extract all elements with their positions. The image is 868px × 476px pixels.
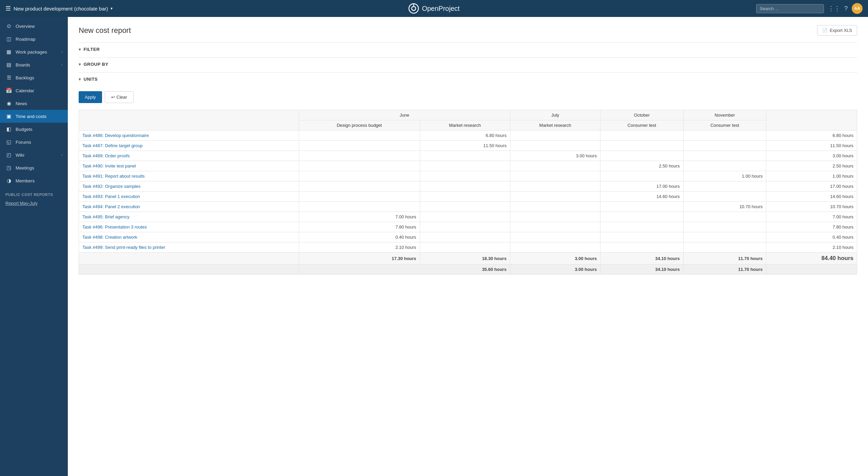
july-market-cell — [510, 212, 600, 222]
page-header: New cost report 📄 Export XLS — [79, 25, 857, 36]
main-content: New cost report 📄 Export XLS ▾ FILTER ▾ … — [68, 17, 868, 476]
task-description: Send print-ready files to printer — [105, 245, 165, 250]
task-link[interactable]: Task #489: — [82, 153, 104, 158]
time-and-costs-icon: ▣ — [5, 113, 12, 119]
sidebar-item-budgets[interactable]: ◧ Budgets — [0, 123, 68, 136]
june-market-cell: 6.80 hours — [420, 131, 510, 141]
avatar[interactable]: AA — [852, 3, 863, 14]
sidebar-label-budgets: Budgets — [16, 127, 33, 132]
project-name[interactable]: New product development (chocolate bar) — [14, 6, 108, 12]
group-by-chevron-icon: ▾ — [79, 62, 81, 67]
task-description: Develop questionnaire — [105, 133, 149, 138]
top-nav: ☰ New product development (chocolate bar… — [0, 0, 868, 17]
oct-consumer-cell — [600, 242, 684, 253]
sidebar-item-work-packages[interactable]: ▦ Work packages › — [0, 45, 68, 58]
sidebar-item-boards[interactable]: ▤ Boards › — [0, 58, 68, 71]
task-description: Define target group — [105, 143, 143, 148]
grid-icon[interactable]: ⋮⋮ — [828, 5, 840, 12]
table-row: Task #495: Brief agency 7.00 hours 7.00 … — [79, 212, 857, 222]
task-name-cell: Task #495: Brief agency — [79, 212, 299, 222]
sidebar-item-news[interactable]: ◉ News — [0, 97, 68, 110]
july-market-cell — [510, 161, 600, 171]
units-chevron-icon: ▾ — [79, 77, 81, 82]
task-link[interactable]: Task #499: — [82, 245, 104, 250]
task-link[interactable]: Task #491: — [82, 174, 104, 179]
subtotal2-label-cell — [79, 264, 299, 275]
task-link[interactable]: Task #495: — [82, 214, 104, 219]
export-xls-button[interactable]: 📄 Export XLS — [817, 25, 857, 36]
subtotal2-row: 35.60 hours 3.00 hours 34.10 hours 11.70… — [79, 264, 857, 275]
sidebar-item-meetings[interactable]: ◳ Meetings — [0, 161, 68, 174]
task-name-cell: Task #496: Presentation 3 routes — [79, 222, 299, 232]
task-link[interactable]: Task #487: — [82, 143, 104, 148]
june-market-cell — [420, 192, 510, 202]
project-dropdown-icon[interactable]: ▾ — [111, 6, 113, 11]
oct-consumer-cell: 2.50 hours — [600, 161, 684, 171]
apply-button[interactable]: Apply — [79, 91, 102, 103]
row-total-cell: 7.80 hours — [766, 222, 857, 232]
group-by-header[interactable]: ▾ GROUP BY — [79, 62, 857, 67]
sidebar-label-calendar: Calendar — [16, 88, 34, 93]
task-link[interactable]: Task #498: — [82, 235, 104, 240]
sidebar-label-meetings: Meetings — [16, 165, 34, 171]
june-design-cell — [299, 171, 420, 181]
june-design-cell: 0.40 hours — [299, 232, 420, 242]
task-link[interactable]: Task #490: — [82, 163, 104, 168]
table-row: Task #492: Organize samples 17.00 hours … — [79, 181, 857, 192]
report-table: June July October November Design proces… — [79, 110, 857, 275]
sidebar-item-forums[interactable]: ◱ Forums — [0, 136, 68, 148]
subtotal-nov-consumer: 11.70 hours — [683, 253, 766, 264]
units-label: UNITS — [84, 77, 98, 82]
july-market-cell — [510, 202, 600, 212]
subheader-design-process: Design process budget — [299, 120, 420, 131]
report-may-july-link[interactable]: Report May-July — [0, 199, 68, 208]
june-market-cell: 11.50 hours — [420, 141, 510, 151]
overview-icon: ⊙ — [5, 23, 12, 29]
sidebar-item-wiki[interactable]: ◰ Wiki › — [0, 148, 68, 161]
month-june-header: June — [299, 110, 510, 120]
sidebar-item-roadmap[interactable]: ◫ Roadmap — [0, 33, 68, 45]
june-design-cell — [299, 161, 420, 171]
row-total-cell: 0.40 hours — [766, 232, 857, 242]
oct-consumer-cell — [600, 151, 684, 161]
group-by-section: ▾ GROUP BY — [79, 57, 857, 71]
table-row: Task #496: Presentation 3 routes 7.80 ho… — [79, 222, 857, 232]
task-link[interactable]: Task #486: — [82, 133, 104, 138]
search-input[interactable] — [756, 4, 824, 13]
help-icon[interactable]: ? — [844, 5, 848, 12]
sidebar-item-overview[interactable]: ⊙ Overview — [0, 20, 68, 33]
sidebar-label-backlogs: Backlogs — [16, 75, 34, 80]
task-link[interactable]: Task #496: — [82, 224, 104, 230]
task-link[interactable]: Task #494: — [82, 204, 104, 209]
subtotal2-july: 3.00 hours — [510, 264, 600, 275]
task-description: Creation artwork — [105, 235, 137, 240]
boards-icon: ▤ — [5, 62, 12, 68]
nov-consumer-cell — [683, 222, 766, 232]
meetings-icon: ◳ — [5, 165, 12, 171]
task-description: Invite test panel — [105, 163, 136, 168]
filter-header[interactable]: ▾ FILTER — [79, 47, 857, 52]
task-link[interactable]: Task #492: — [82, 184, 104, 189]
hamburger-menu-icon[interactable]: ☰ — [5, 5, 11, 12]
june-design-cell — [299, 192, 420, 202]
svg-point-1 — [412, 6, 416, 11]
budgets-icon: ◧ — [5, 126, 12, 132]
sidebar-item-calendar[interactable]: 📅 Calendar — [0, 84, 68, 97]
units-header[interactable]: ▾ UNITS — [79, 77, 857, 82]
nov-consumer-cell — [683, 141, 766, 151]
sidebar-item-backlogs[interactable]: ☰ Backlogs — [0, 71, 68, 84]
task-link[interactable]: Task #493: — [82, 194, 104, 199]
june-market-cell — [420, 222, 510, 232]
calendar-icon: 📅 — [5, 87, 12, 94]
clear-button[interactable]: ↩ Clear — [105, 91, 134, 103]
members-icon: ◑ — [5, 178, 12, 184]
task-description: Organize samples — [105, 184, 141, 189]
july-market-cell — [510, 242, 600, 253]
undo-icon: ↩ — [111, 95, 115, 100]
sidebar-item-time-and-costs[interactable]: ▣ Time and costs — [0, 110, 68, 123]
subtotal2-november: 11.70 hours — [683, 264, 766, 275]
sidebar-item-members[interactable]: ◑ Members — [0, 174, 68, 187]
oct-consumer-cell — [600, 171, 684, 181]
subheader-oct-consumer: Consumer test — [600, 120, 684, 131]
subtotal-june-market: 18.30 hours — [420, 253, 510, 264]
